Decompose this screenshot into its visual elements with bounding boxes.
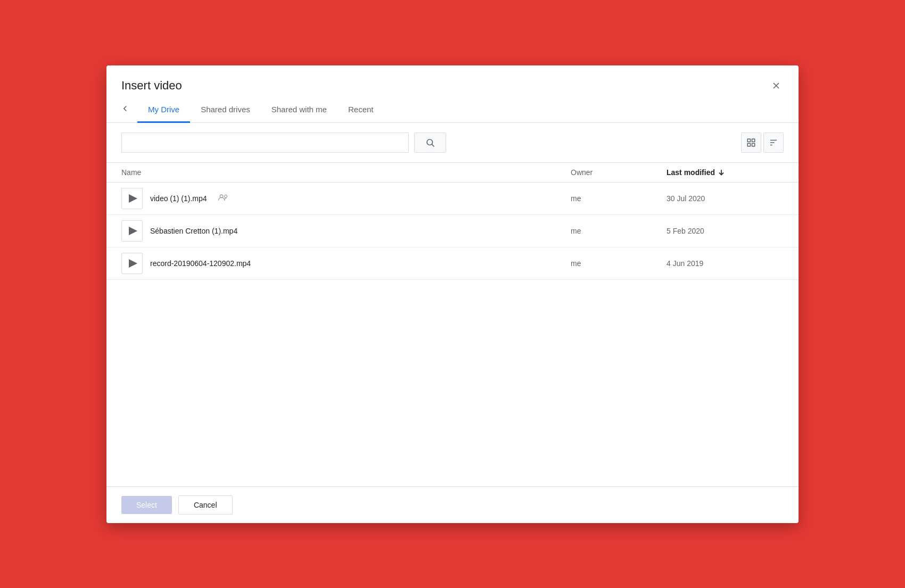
insert-video-dialog: Insert video My Drive Shared drives Shar… xyxy=(106,65,799,523)
back-icon xyxy=(119,104,131,113)
dialog-footer: Select Cancel xyxy=(106,486,799,523)
svg-line-0 xyxy=(774,83,779,88)
svg-rect-7 xyxy=(752,143,755,146)
table-row[interactable]: video (1) (1).mp4 me 30 Jul 2020 xyxy=(106,183,799,215)
svg-rect-6 xyxy=(747,143,750,146)
tab-recent[interactable]: Recent xyxy=(338,97,384,123)
dialog-title: Insert video xyxy=(121,79,182,93)
view-controls xyxy=(741,132,784,153)
sort-icon xyxy=(769,138,778,147)
close-button[interactable] xyxy=(769,78,784,93)
table-header: Name Owner Last modified xyxy=(106,163,799,183)
file-icon xyxy=(121,220,143,242)
play-icon xyxy=(129,259,137,268)
svg-point-13 xyxy=(224,195,227,197)
table-row[interactable]: Sébastien Cretton (1).mp4 me 5 Feb 2020 xyxy=(106,215,799,247)
file-name-cell: video (1) (1).mp4 xyxy=(121,188,571,209)
svg-point-2 xyxy=(427,139,433,145)
date-cell: 4 Jun 2019 xyxy=(667,259,784,268)
close-icon xyxy=(771,80,781,91)
file-name: video (1) (1).mp4 xyxy=(150,194,207,203)
owner-cell: me xyxy=(571,227,667,235)
search-icon xyxy=(425,138,435,147)
share-icon xyxy=(218,194,228,203)
select-button[interactable]: Select xyxy=(121,496,172,514)
file-icon xyxy=(121,188,143,209)
tabs-row: My Drive Shared drives Shared with me Re… xyxy=(106,97,799,123)
search-row xyxy=(106,123,799,163)
tab-my-drive[interactable]: My Drive xyxy=(137,97,190,123)
sort-button[interactable] xyxy=(763,132,784,153)
file-name-cell: record-20190604-120902.mp4 xyxy=(121,253,571,274)
tab-shared-with-me[interactable]: Shared with me xyxy=(261,97,338,123)
date-cell: 30 Jul 2020 xyxy=(667,194,784,203)
search-input[interactable] xyxy=(121,132,409,153)
search-button[interactable] xyxy=(414,132,446,153)
dialog-header: Insert video xyxy=(106,65,799,93)
file-name-cell: Sébastien Cretton (1).mp4 xyxy=(121,220,571,242)
date-cell: 5 Feb 2020 xyxy=(667,227,784,235)
svg-rect-5 xyxy=(752,139,755,142)
col-name: Name xyxy=(121,168,571,177)
col-owner: Owner xyxy=(571,168,667,177)
cancel-button[interactable]: Cancel xyxy=(178,495,233,515)
file-name: record-20190604-120902.mp4 xyxy=(150,259,251,268)
file-icon xyxy=(121,253,143,274)
file-table: Name Owner Last modified video (1) (1).m… xyxy=(106,163,799,486)
grid-icon xyxy=(746,138,756,147)
grid-view-button[interactable] xyxy=(741,132,761,153)
file-name: Sébastien Cretton (1).mp4 xyxy=(150,227,237,235)
svg-line-1 xyxy=(774,83,779,88)
play-icon xyxy=(129,227,137,235)
table-row[interactable]: record-20190604-120902.mp4 me 4 Jun 2019 xyxy=(106,247,799,280)
svg-rect-4 xyxy=(747,139,750,142)
owner-cell: me xyxy=(571,194,667,203)
sort-desc-icon xyxy=(717,168,726,177)
svg-line-3 xyxy=(432,144,434,146)
people-icon xyxy=(218,194,228,201)
col-last-modified: Last modified xyxy=(667,168,784,177)
tab-shared-drives[interactable]: Shared drives xyxy=(190,97,261,123)
owner-cell: me xyxy=(571,259,667,268)
back-button[interactable] xyxy=(117,100,137,118)
play-icon xyxy=(129,194,137,203)
